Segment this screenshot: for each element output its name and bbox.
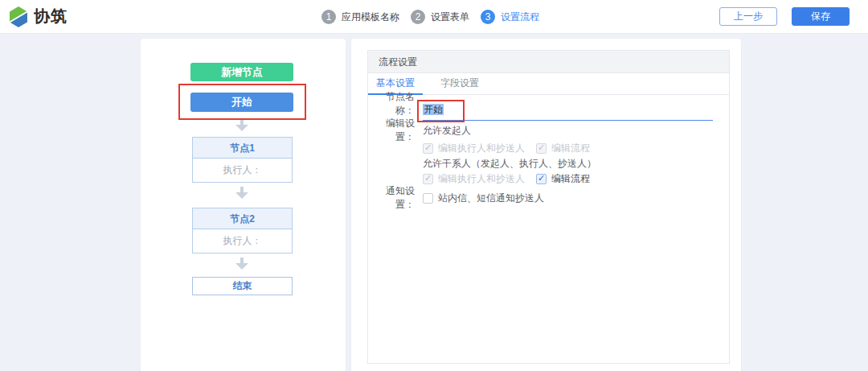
node-name-row: 节点名称： 开始: [368, 101, 729, 121]
logo-text: 协筑: [34, 6, 68, 27]
initiator-edit-flow-option: 编辑流程: [536, 142, 590, 155]
add-node-button[interactable]: 新增节点: [190, 63, 293, 81]
app-logo: 协筑: [8, 6, 68, 27]
checkbox-disabled-checked-icon: [423, 143, 433, 154]
notify-settings-label: 通知设置：: [368, 184, 415, 212]
edit-settings-label: 编辑设置：: [368, 117, 415, 144]
start-node-button[interactable]: 开始: [190, 93, 293, 112]
checkbox-disabled-checked-icon: [423, 174, 433, 184]
topbar-actions: 上一步 保存: [719, 7, 850, 26]
notify-option-label: 站内信、短信通知抄送人: [438, 192, 544, 205]
checkbox-unchecked-icon[interactable]: [423, 193, 433, 204]
flow-node-1[interactable]: 节点1 执行人：: [192, 137, 293, 183]
stakeholder-edit-executor-option: 编辑执行人和抄送人: [423, 172, 525, 186]
edit-settings-row: 编辑设置： 允许发起人: [368, 124, 471, 137]
stakeholder-edit-flow-label: 编辑流程: [551, 172, 590, 186]
notify-option: 站内信、短信通知抄送人: [423, 192, 544, 205]
flow-node-2[interactable]: 节点2 执行人：: [192, 208, 293, 254]
step-1-circle: 1: [321, 10, 336, 24]
stakeholder-edit-flow-option: 编辑流程: [536, 172, 590, 186]
tab-field-settings[interactable]: 字段设置: [432, 73, 487, 95]
initiator-options-row: 编辑执行人和抄送人 编辑流程: [368, 142, 590, 155]
node-1-title: 节点1: [193, 138, 292, 159]
initiator-edit-flow-label: 编辑流程: [551, 142, 590, 155]
arrow-down-icon: [235, 187, 248, 199]
node-2-executor: 执行人：: [193, 229, 292, 253]
step-3-circle: 3: [481, 10, 495, 24]
checkbox-checked-icon[interactable]: [536, 174, 547, 184]
settings-form: 节点名称： 开始 编辑设置： 允许发起人 编辑执行人和抄送人 编辑流程: [368, 95, 729, 363]
stakeholder-edit-executor-label: 编辑执行人和抄送人: [438, 172, 525, 186]
allow-stakeholder-text: 允许干系人（发起人、执行人、抄送人）: [423, 157, 596, 171]
previous-step-button[interactable]: 上一步: [719, 7, 777, 26]
panel-title: 流程设置: [368, 51, 729, 73]
stakeholder-options-row: 编辑执行人和抄送人 编辑流程: [368, 172, 590, 185]
node-name-value: 开始: [423, 104, 444, 115]
step-set-flow[interactable]: 3 设置流程: [481, 10, 539, 24]
top-bar: 协筑 1 应用模板名称 2 设置表单 3 设置流程 上一步 保存: [0, 0, 868, 34]
node-1-executor: 执行人：: [193, 159, 292, 182]
node-name-input[interactable]: 开始: [423, 103, 713, 121]
allow-stakeholder-row: 允许干系人（发起人、执行人、抄送人）: [368, 157, 596, 170]
arrow-down-icon: [235, 258, 248, 270]
wizard-steps: 1 应用模板名称 2 设置表单 3 设置流程: [321, 0, 539, 34]
node-2-title: 节点2: [193, 208, 292, 229]
logo-hexagon-icon: [8, 6, 29, 27]
flow-diagram-card: 新增节点 开始 节点1 执行人： 节点2 执行人： 结束: [141, 39, 346, 371]
arrow-down-icon: [235, 119, 248, 131]
step-2-label: 设置表单: [431, 10, 469, 24]
end-node[interactable]: 结束: [192, 277, 293, 295]
checkbox-disabled-checked-icon: [536, 143, 547, 154]
initiator-edit-executor-label: 编辑执行人和抄送人: [438, 142, 525, 155]
step-1-label: 应用模板名称: [342, 10, 399, 24]
initiator-edit-executor-option: 编辑执行人和抄送人: [423, 142, 525, 155]
flow-settings-panel: 流程设置 基本设置 字段设置 节点名称： 开始 编辑设置： 允许发起人: [367, 50, 730, 364]
notify-settings-row: 通知设置： 站内信、短信通知抄送人: [368, 192, 544, 204]
step-app-template-name[interactable]: 1 应用模板名称: [321, 10, 399, 24]
step-set-form[interactable]: 2 设置表单: [411, 10, 469, 24]
step-2-circle: 2: [411, 10, 425, 24]
flow-settings-card: 流程设置 基本设置 字段设置 节点名称： 开始 编辑设置： 允许发起人: [351, 39, 741, 371]
step-3-label: 设置流程: [501, 10, 539, 24]
allow-initiator-text: 允许发起人: [423, 124, 471, 138]
settings-tabs: 基本设置 字段设置: [368, 73, 729, 95]
save-button[interactable]: 保存: [792, 7, 850, 26]
